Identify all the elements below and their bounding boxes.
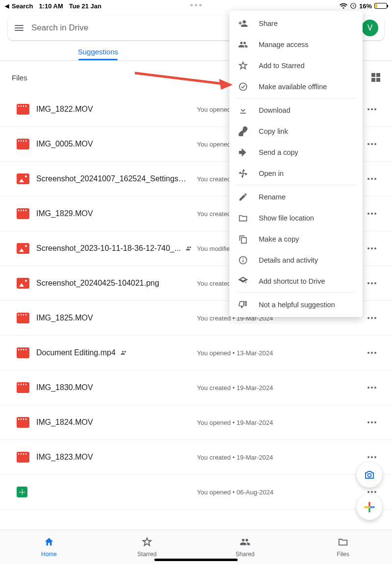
- back-app-label[interactable]: Search: [12, 2, 33, 10]
- wifi-icon: [340, 3, 347, 9]
- shared-icon: [121, 349, 127, 356]
- file-name: IMG_1830.MOV: [36, 383, 93, 392]
- battery-pct: 16%: [359, 2, 372, 10]
- menu-item-send[interactable]: Send a copy: [229, 142, 363, 163]
- nav-label: Starred: [137, 551, 156, 558]
- menu-item-label: Manage access: [259, 41, 309, 49]
- menu-item-link[interactable]: Copy link: [229, 121, 363, 142]
- download-icon: [238, 105, 248, 115]
- svg-rect-4: [243, 260, 244, 262]
- nav-label: Files: [337, 551, 349, 558]
- video-file-icon: [17, 208, 29, 219]
- file-meta: You modified: [197, 245, 234, 252]
- back-caret-icon[interactable]: ◀: [5, 3, 9, 9]
- plus-icon: [363, 500, 376, 514]
- pencil-icon: [238, 192, 248, 202]
- file-meta: You opened: [197, 141, 231, 148]
- menu-item-thumbdown[interactable]: Not a helpful suggestion: [229, 294, 363, 315]
- video-file-icon: [17, 139, 29, 149]
- video-file-icon: [17, 382, 29, 393]
- group-icon: [238, 40, 248, 49]
- menu-item-label: Details and activity: [259, 256, 318, 264]
- tab-suggestions[interactable]: Suggestions: [0, 43, 196, 60]
- image-file-icon: [17, 173, 29, 184]
- status-date: Tue 21 Jan: [69, 2, 101, 10]
- rotation-lock-icon: [350, 2, 357, 9]
- svg-point-1: [240, 83, 247, 90]
- info-icon: [238, 255, 248, 265]
- section-title: Files: [12, 74, 27, 82]
- drag-indicator-icon: [191, 4, 202, 6]
- file-row[interactable]: IMG_1823.MOVYou created • 19-Mar-2024: [0, 440, 392, 475]
- avatar[interactable]: V: [362, 20, 378, 36]
- files-icon: [338, 537, 348, 549]
- file-meta: You created • 19-Mar-2024: [197, 454, 273, 461]
- more-actions-icon[interactable]: [368, 387, 376, 389]
- menu-item-pencil[interactable]: Rename: [229, 186, 363, 207]
- file-name: IMG_0005.MOV: [36, 140, 93, 148]
- menu-item-shortcut[interactable]: Add shortcut to Drive: [229, 270, 363, 292]
- menu-divider: [236, 293, 356, 293]
- more-actions-icon[interactable]: [368, 456, 376, 458]
- menu-item-copy[interactable]: Make a copy: [229, 228, 363, 249]
- more-actions-icon[interactable]: [368, 178, 376, 180]
- file-name: IMG_1823.MOV: [36, 453, 93, 462]
- fab-group: [357, 462, 382, 520]
- menu-item-label: Open in: [259, 170, 284, 177]
- hamburger-menu-icon[interactable]: [15, 25, 24, 31]
- battery-icon: [374, 3, 387, 9]
- more-actions-icon[interactable]: [368, 352, 376, 354]
- menu-item-folder[interactable]: Show file location: [229, 207, 363, 228]
- shared-icon: [186, 245, 193, 252]
- camera-fab[interactable]: [357, 462, 382, 488]
- more-actions-icon[interactable]: [368, 247, 376, 249]
- file-name: Screenshot_20240425-104021.png: [36, 279, 159, 288]
- menu-item-group[interactable]: Manage access: [229, 34, 363, 55]
- person-add-icon: [238, 19, 248, 28]
- menu-item-download[interactable]: Download: [229, 99, 363, 121]
- more-actions-icon[interactable]: [368, 143, 376, 145]
- file-row[interactable]: IMG_1830.MOVYou created • 19-Mar-2024: [0, 370, 392, 405]
- new-fab[interactable]: [357, 494, 382, 520]
- more-actions-icon[interactable]: [368, 213, 376, 215]
- file-meta: You created • 19-Mar-2024: [197, 384, 273, 392]
- file-meta: You opened • 06-Aug-2024: [197, 489, 273, 496]
- nav-home[interactable]: Home: [0, 530, 98, 564]
- grid-view-toggle-icon[interactable]: [371, 73, 380, 82]
- menu-item-label: Add to Starred: [259, 62, 305, 70]
- menu-item-label: Copy link: [259, 127, 288, 135]
- menu-item-label: Send a copy: [259, 148, 298, 156]
- menu-item-open[interactable]: Open in: [229, 163, 363, 184]
- menu-item-label: Show file location: [259, 214, 314, 222]
- more-actions-icon[interactable]: [368, 317, 376, 319]
- file-name: IMG_1825.MOV: [36, 314, 93, 322]
- menu-item-label: Not a helpful suggestion: [259, 301, 335, 309]
- sheet-file-icon: [17, 487, 27, 497]
- nav-files[interactable]: Files: [294, 530, 392, 564]
- file-row[interactable]: IMG_1824.MOVYou opened • 19-Mar-2024: [0, 405, 392, 440]
- more-actions-icon[interactable]: [368, 421, 376, 423]
- more-actions-icon[interactable]: [368, 108, 376, 110]
- svg-rect-12: [370, 506, 374, 508]
- file-name: Document Editing.mp4: [36, 348, 116, 357]
- more-actions-icon[interactable]: [368, 282, 376, 284]
- context-menu: ShareManage accessAdd to StarredMake ava…: [229, 11, 363, 317]
- file-meta: You created: [197, 210, 231, 218]
- menu-divider: [236, 185, 356, 185]
- menu-item-person-add[interactable]: Share: [229, 13, 363, 34]
- image-file-icon: [17, 278, 29, 289]
- file-meta: You opened • 19-Mar-2024: [197, 419, 273, 426]
- file-row[interactable]: You opened • 06-Aug-2024: [0, 475, 392, 510]
- menu-divider: [236, 98, 356, 98]
- menu-item-offline[interactable]: Make available offline: [229, 76, 363, 97]
- menu-item-info[interactable]: Details and activity: [229, 249, 363, 270]
- menu-item-star[interactable]: Add to Starred: [229, 55, 363, 76]
- nav-label: Home: [41, 551, 57, 558]
- file-row[interactable]: Document Editing.mp4You opened • 13-Mar-…: [0, 336, 392, 370]
- svg-point-8: [368, 474, 371, 477]
- svg-rect-10: [368, 508, 370, 512]
- svg-rect-5: [243, 258, 244, 259]
- home-indicator[interactable]: [154, 559, 238, 561]
- menu-item-label: Rename: [259, 193, 286, 201]
- menu-item-label: Download: [259, 106, 291, 114]
